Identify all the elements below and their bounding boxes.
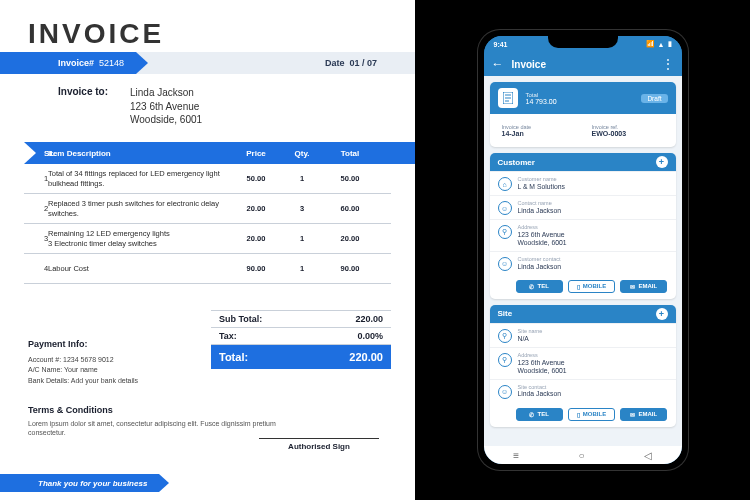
total-amount: 14 793.00 — [526, 98, 557, 105]
invoice-to-block: Invoice to: Linda Jackson 123 6th Avenue… — [58, 86, 108, 97]
customer-contact-field[interactable]: ☺Customer contactLinda Jackson — [490, 251, 676, 275]
terms-block: Terms & Conditions Lorem ipsum dolor sit… — [28, 404, 278, 438]
phone-icon: ✆ — [529, 411, 534, 418]
android-nav-bar: ≡ ○ ◁ — [484, 446, 682, 464]
subtotal-value: 220.00 — [355, 314, 383, 324]
invoice-to-label: Invoice to: — [58, 86, 108, 97]
col-price: Price — [230, 149, 282, 158]
battery-icon: ▮ — [668, 40, 672, 48]
table-row: 4Labour Cost90.00190.00 — [24, 254, 391, 284]
wifi-icon: ▲ — [658, 41, 665, 48]
summary-card: Total 14 793.00 Draft Invoice date14-Jan… — [490, 82, 676, 147]
table-row: 2Replaced 3 timer push switches for elec… — [24, 194, 391, 224]
mobile-button[interactable]: ▯MOBILE — [568, 280, 615, 293]
site-address-field[interactable]: ⚲Address123 6th Avenue Woodside, 6001 — [490, 347, 676, 379]
date-label: Date — [325, 58, 345, 68]
invoice-title: INVOICE — [0, 0, 415, 58]
col-qty: Qty. — [282, 149, 322, 158]
total-label: Total — [526, 92, 557, 98]
invoice-ref-field[interactable]: Invoice ref.EWO-0003 — [586, 120, 670, 141]
invoice-to-addr2: Woodside, 6001 — [130, 113, 270, 127]
col-sl: SL. — [0, 149, 48, 158]
screen-content[interactable]: Total 14 793.00 Draft Invoice date14-Jan… — [484, 76, 682, 446]
customer-name-field[interactable]: ⌂Customer nameL & M Solutions — [490, 171, 676, 195]
building-icon: ⌂ — [498, 177, 512, 191]
tel-button[interactable]: ✆TEL — [516, 408, 563, 421]
payment-title: Payment Info: — [28, 338, 138, 352]
authorised-sign-label: Authorised Sign — [259, 438, 379, 451]
tax-label: Tax: — [219, 331, 237, 341]
screen-title: Invoice — [512, 59, 546, 70]
envelope-icon: ✉ — [630, 411, 635, 418]
nav-recents-icon[interactable]: ≡ — [513, 450, 519, 461]
nav-back-icon[interactable]: ◁ — [644, 450, 652, 461]
payment-info: Payment Info: Account #: 1234 5678 9012 … — [28, 338, 138, 386]
terms-title: Terms & Conditions — [28, 404, 278, 417]
invoice-date-field[interactable]: Invoice date14-Jan — [496, 120, 580, 141]
app-bar: ← Invoice ⋮ — [484, 52, 682, 76]
invoice-number: 52148 — [99, 58, 124, 68]
person-icon: ☺ — [498, 257, 512, 271]
site-name-field[interactable]: ⚲Site nameN/A — [490, 323, 676, 347]
add-site-button[interactable]: + — [656, 308, 668, 320]
terms-body: Lorem ipsum dolor sit amet, consectetur … — [28, 419, 278, 439]
col-desc: Item Description — [48, 149, 230, 158]
phone-icon: ✆ — [529, 283, 534, 290]
phone-notch — [548, 36, 618, 48]
invoice-to-addr1: 123 6th Avenue — [130, 100, 270, 114]
phone-backdrop: 9:41 📶 ▲ ▮ ← Invoice ⋮ Total — [415, 0, 750, 500]
contact-name-field[interactable]: ☺Contact nameLinda Jackson — [490, 195, 676, 219]
address-field[interactable]: ⚲Address123 6th Avenue Woodside, 6001 — [490, 219, 676, 251]
pin-icon: ⚲ — [498, 353, 512, 367]
pin-icon: ⚲ — [498, 225, 512, 239]
mobile-icon: ▯ — [577, 283, 580, 290]
pin-icon: ⚲ — [498, 329, 512, 343]
mobile-icon: ▯ — [577, 411, 580, 418]
items-header: SL. Item Description Price Qty. Total — [0, 142, 415, 164]
mobile-button[interactable]: ▯MOBILE — [568, 408, 615, 421]
email-button[interactable]: ✉EMAIL — [620, 408, 667, 421]
total-label: Total: — [219, 351, 248, 363]
document-icon — [498, 88, 518, 108]
subtotal-label: Sub Total: — [219, 314, 262, 324]
back-icon[interactable]: ← — [492, 57, 504, 71]
summary-block: Sub Total:220.00 Tax:0.00% Total:220.00 — [211, 310, 391, 369]
site-title: Site — [498, 309, 513, 318]
tel-button[interactable]: ✆TEL — [516, 280, 563, 293]
customer-title: Customer — [498, 158, 535, 167]
envelope-icon: ✉ — [630, 283, 635, 290]
site-contact-field[interactable]: ☺Site contactLinda Jackson — [490, 379, 676, 403]
phone-frame: 9:41 📶 ▲ ▮ ← Invoice ⋮ Total — [478, 30, 688, 470]
nav-home-icon[interactable]: ○ — [578, 450, 584, 461]
person-icon: ☺ — [498, 385, 512, 399]
phone-screen: 9:41 📶 ▲ ▮ ← Invoice ⋮ Total — [484, 36, 682, 464]
thank-you-ribbon: Thank you for your business — [0, 474, 169, 492]
add-customer-button[interactable]: + — [656, 156, 668, 168]
email-button[interactable]: ✉EMAIL — [620, 280, 667, 293]
invoice-to-name: Linda Jackson — [130, 86, 270, 100]
table-row: 3Remaining 12 LED emergency lights 3 Ele… — [24, 224, 391, 254]
invoice-number-label: Invoice# — [58, 58, 94, 68]
status-badge: Draft — [641, 94, 667, 103]
signal-icon: 📶 — [646, 40, 655, 48]
col-total: Total — [322, 149, 378, 158]
kebab-menu-icon[interactable]: ⋮ — [662, 57, 674, 71]
tax-value: 0.00% — [357, 331, 383, 341]
person-icon: ☺ — [498, 201, 512, 215]
table-row: 1Total of 34 fittings replaced for LED e… — [24, 164, 391, 194]
date-value: 01 / 07 — [349, 58, 377, 68]
invoice-document: INVOICE Invoice# 52148 Date 01 / 07 Invo… — [0, 0, 415, 500]
site-card: Site+ ⚲Site nameN/A ⚲Address123 6th Aven… — [490, 305, 676, 427]
status-time: 9:41 — [494, 41, 508, 48]
total-value: 220.00 — [349, 351, 383, 363]
customer-card: Customer+ ⌂Customer nameL & M Solutions … — [490, 153, 676, 299]
items-rows: 1Total of 34 fittings replaced for LED e… — [24, 164, 391, 284]
invoice-ribbon: Invoice# 52148 Date 01 / 07 — [0, 52, 415, 74]
